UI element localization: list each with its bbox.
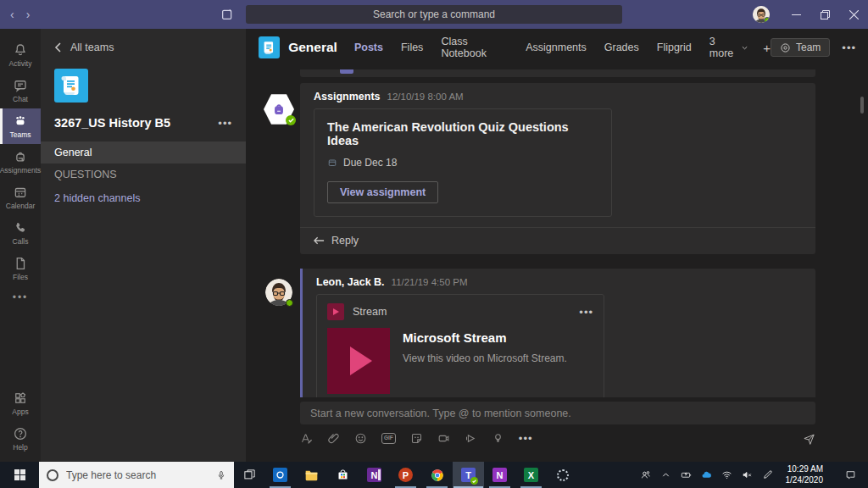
channel-item-general[interactable]: General	[41, 141, 246, 164]
cortana-icon	[47, 469, 58, 481]
rail-item-activity[interactable]: Activity	[0, 37, 41, 73]
card-more-options-icon[interactable]: •••	[579, 306, 593, 319]
onedrive-icon[interactable]	[701, 469, 712, 480]
video-thumbnail[interactable]	[327, 328, 390, 394]
meet-now-icon[interactable]	[437, 432, 450, 445]
back-icon[interactable]: ‹	[10, 8, 14, 21]
reply-link[interactable]: Reply	[300, 227, 815, 254]
assignment-card[interactable]: The American Revolution Quiz Questions I…	[314, 108, 612, 217]
rail-item-help[interactable]: Help	[0, 421, 41, 457]
tab-class-notebook[interactable]: Class Notebook	[441, 36, 508, 59]
help-icon	[13, 426, 28, 441]
tab-posts[interactable]: Posts	[354, 42, 383, 53]
taskbar-app-onenote[interactable]: N	[359, 462, 390, 488]
taskbar-clock[interactable]: 10:29 AM 1/24/2020	[782, 464, 827, 485]
taskbar-app-excel[interactable]: X	[515, 462, 547, 488]
store-icon	[337, 469, 349, 481]
team-options-icon[interactable]: •••	[218, 117, 232, 130]
compose-more-icon[interactable]: •••	[519, 432, 533, 445]
team-name: 3267_US History B5	[54, 116, 170, 130]
gif-icon[interactable]: GIF	[381, 433, 396, 445]
rail-more-icon[interactable]: •••	[0, 286, 41, 312]
tab-assignments[interactable]: Assignments	[526, 42, 587, 53]
channel-item-questions[interactable]: QUESTIONS	[41, 164, 246, 186]
hidden-channels-link[interactable]: 2 hidden channels	[41, 186, 246, 211]
team-button[interactable]: Team	[771, 38, 830, 57]
forward-icon[interactable]: ›	[26, 8, 31, 21]
taskbar-app-loading[interactable]	[547, 462, 578, 488]
volume-muted-icon[interactable]	[742, 469, 753, 480]
due-date: Due Dec 18	[343, 157, 397, 169]
chevron-left-icon	[54, 42, 62, 53]
microphone-icon[interactable]	[216, 469, 226, 481]
user-avatar[interactable]	[753, 6, 770, 23]
taskbar-app-outlook[interactable]	[264, 462, 296, 488]
system-tray: 10:29 AM 1/24/2020	[640, 462, 868, 488]
rail-item-teams[interactable]: Teams	[0, 108, 41, 144]
rail-item-files[interactable]: Files	[0, 251, 41, 286]
onenote-icon: N	[367, 468, 381, 482]
add-tab-button[interactable]: +	[763, 41, 771, 55]
emoji-icon[interactable]	[354, 432, 367, 445]
view-assignment-button[interactable]: View assignment	[327, 181, 438, 203]
checkmark-badge	[286, 115, 296, 125]
taskbar-app-chrome[interactable]	[421, 462, 453, 488]
message-input[interactable]	[300, 402, 815, 424]
play-icon	[350, 347, 372, 375]
command-search-box[interactable]: Search or type a command	[246, 5, 622, 24]
stream-icon[interactable]	[465, 432, 477, 445]
more-tabs-dropdown[interactable]: 3 more	[709, 36, 748, 59]
stream-app-icon	[327, 303, 344, 320]
praise-icon[interactable]	[492, 432, 504, 445]
post-timestamp: 12/10/19 8:00 AM	[387, 92, 464, 102]
tab-grades[interactable]: Grades	[604, 42, 639, 53]
title-bar: ‹ › Search or type a command	[0, 0, 868, 29]
pen-icon[interactable]	[762, 469, 773, 480]
close-button[interactable]	[839, 0, 868, 29]
app-rail: Activity Chat Teams Assignments Calendar…	[0, 29, 41, 462]
windows-search-input[interactable]	[66, 469, 185, 481]
channel-more-options-icon[interactable]: •••	[842, 42, 856, 54]
format-icon[interactable]	[300, 432, 313, 445]
taskbar-app-teams[interactable]: T	[453, 462, 484, 488]
stream-app-name: Stream	[353, 306, 387, 318]
send-icon[interactable]	[803, 432, 815, 445]
stream-card-title[interactable]: Microsoft Stream	[403, 330, 567, 345]
main-pane: General Posts Files Class Notebook Assig…	[246, 29, 868, 462]
post-author[interactable]: Assignments	[314, 91, 381, 103]
scrollbar[interactable]	[860, 97, 864, 114]
tab-flipgrid[interactable]: Flipgrid	[657, 42, 692, 53]
team-avatar[interactable]	[54, 69, 88, 103]
compose-area: GIF •••	[246, 397, 868, 462]
taskbar-app-powerpoint[interactable]: P	[390, 462, 421, 488]
rail-item-assignments[interactable]: Assignments	[0, 144, 41, 180]
action-center-button[interactable]	[836, 469, 865, 480]
all-teams-back[interactable]: All teams	[41, 29, 246, 62]
scrolled-message-fragment	[300, 69, 815, 77]
backpack-icon	[271, 102, 287, 117]
stream-card[interactable]: Stream ••• Microsoft Stream View this vi…	[316, 294, 604, 397]
rail-item-chat[interactable]: Chat	[0, 73, 41, 108]
start-button[interactable]	[0, 462, 39, 488]
taskbar-app-file-explorer[interactable]	[296, 462, 327, 488]
taskbar-app-microsoft-store[interactable]	[327, 462, 359, 488]
tab-files[interactable]: Files	[401, 42, 423, 53]
chevron-up-icon[interactable]	[660, 469, 671, 480]
post-author[interactable]: Leon, Jack B.	[316, 276, 385, 288]
taskbar-app-onenote-2[interactable]: N	[484, 462, 515, 488]
rail-item-calendar[interactable]: Calendar	[0, 180, 41, 215]
windows-search-box[interactable]	[39, 462, 234, 488]
task-view-button[interactable]	[234, 462, 264, 488]
battery-icon[interactable]	[681, 469, 692, 480]
message-list[interactable]: Assignments 12/10/19 8:00 AM The America…	[246, 66, 868, 397]
sticker-icon[interactable]	[410, 432, 423, 445]
rail-item-calls[interactable]: Calls	[0, 215, 41, 251]
attach-icon[interactable]	[327, 432, 340, 445]
restore-button[interactable]	[810, 0, 839, 29]
people-icon[interactable]	[640, 469, 651, 480]
wifi-icon[interactable]	[721, 469, 732, 480]
author-avatar[interactable]	[265, 279, 292, 306]
new-chat-icon[interactable]	[220, 8, 234, 25]
rail-item-apps[interactable]: Apps	[0, 385, 41, 421]
minimize-button[interactable]	[782, 0, 810, 29]
